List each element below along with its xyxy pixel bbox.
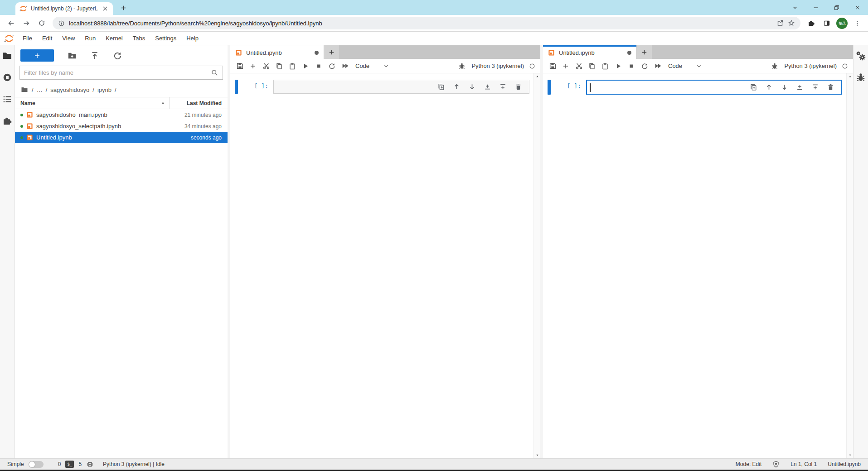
cut-cells-button[interactable] <box>260 60 272 72</box>
url-text[interactable]: localhost:8888/lab/tree/Documents/Python… <box>69 20 772 27</box>
window-close-button[interactable] <box>847 0 868 15</box>
insert-cell-below-icon[interactable] <box>811 83 819 91</box>
cursor-position[interactable]: Ln 1, Col 1 <box>790 461 817 467</box>
scroll-up-icon[interactable] <box>848 75 852 78</box>
window-minimize-button[interactable] <box>805 0 826 15</box>
breadcrumb-folder[interactable]: ipynb <box>97 87 112 93</box>
cell-editor[interactable] <box>273 80 529 94</box>
forward-button[interactable] <box>19 16 34 30</box>
code-cell[interactable]: [ ]: <box>235 80 529 94</box>
menu-settings[interactable]: Settings <box>150 35 181 42</box>
move-cell-up-icon[interactable] <box>765 83 773 91</box>
menu-help[interactable]: Help <box>181 35 204 42</box>
file-browser-tab-icon[interactable] <box>2 51 12 61</box>
side-panel-button[interactable] <box>820 16 834 30</box>
filter-files-input[interactable] <box>24 69 211 76</box>
scroll-down-icon[interactable] <box>848 453 852 457</box>
notebook-trust-shield-icon[interactable] <box>772 461 780 468</box>
cell-collapser[interactable] <box>235 80 238 94</box>
terminals-count[interactable]: 0 <box>58 461 61 467</box>
save-button[interactable] <box>233 60 246 72</box>
address-bar[interactable]: localhost:8888/lab/tree/Documents/Python… <box>53 17 800 29</box>
property-inspector-tab-icon[interactable] <box>856 51 866 61</box>
move-cell-up-icon[interactable] <box>453 83 461 91</box>
profile-avatar[interactable]: 暢茂 <box>836 18 848 29</box>
site-info-icon[interactable] <box>58 20 65 27</box>
cell-collapser[interactable] <box>548 80 551 95</box>
menu-file[interactable]: File <box>18 35 37 42</box>
kernel-name[interactable]: Python 3 (ipykernel) <box>471 62 524 69</box>
bookmark-star-icon[interactable] <box>788 19 795 27</box>
kernel-status-text[interactable]: Python 3 (ipykernel) | Idle <box>103 461 165 467</box>
duplicate-cell-icon[interactable] <box>750 83 757 91</box>
cell-type-dropdown[interactable]: Code <box>355 62 389 69</box>
browser-menu-button[interactable] <box>850 16 864 30</box>
new-launcher-button[interactable] <box>20 49 54 62</box>
restart-run-all-button[interactable] <box>651 60 664 72</box>
paste-cells-button[interactable] <box>599 60 611 72</box>
scroll-up-icon[interactable] <box>535 75 539 78</box>
run-cell-button[interactable] <box>612 60 625 72</box>
unsaved-changes-dot[interactable] <box>627 51 631 55</box>
menu-edit[interactable]: Edit <box>37 35 57 42</box>
menu-kernel[interactable]: Kernel <box>101 35 128 42</box>
simple-mode-toggle[interactable] <box>29 461 44 468</box>
restart-run-all-button[interactable] <box>339 60 351 72</box>
insert-cell-button[interactable] <box>247 60 259 72</box>
extensions-button[interactable] <box>804 16 819 30</box>
window-menu-chevron-button[interactable] <box>785 0 805 15</box>
kernel-status-icon[interactable] <box>529 63 535 69</box>
interrupt-kernel-button[interactable] <box>625 60 638 72</box>
insert-cell-above-icon[interactable] <box>796 83 804 91</box>
copy-cells-button[interactable] <box>273 60 286 72</box>
modified-column-header[interactable]: Last Modified <box>170 100 228 106</box>
add-tab-button[interactable] <box>324 45 339 59</box>
browser-tab[interactable]: Untitled.ipynb (2) - JupyterLab <box>15 2 113 15</box>
menu-tabs[interactable]: Tabs <box>128 35 150 42</box>
move-cell-down-icon[interactable] <box>781 83 788 91</box>
breadcrumb-ellipsis[interactable]: … <box>37 87 43 93</box>
file-row[interactable]: sagyoshidosho_main.ipynb 21 minutes ago <box>15 109 228 120</box>
new-folder-icon[interactable] <box>68 51 77 60</box>
kernel-status-icon[interactable] <box>842 63 848 69</box>
cut-cells-button[interactable] <box>572 60 585 72</box>
reload-button[interactable] <box>34 16 49 30</box>
notebook-tab-active[interactable]: Untitled.ipynb <box>543 45 636 59</box>
delete-cell-icon[interactable] <box>827 83 834 91</box>
debugger-button[interactable] <box>768 60 781 72</box>
menu-view[interactable]: View <box>57 35 80 42</box>
insert-cell-above-icon[interactable] <box>484 83 491 91</box>
add-tab-button[interactable] <box>637 45 652 59</box>
share-icon[interactable] <box>776 19 784 27</box>
debugger-button[interactable] <box>456 60 468 72</box>
extension-manager-tab-icon[interactable] <box>2 116 12 126</box>
insert-cell-button[interactable] <box>559 60 572 72</box>
tab-close-icon[interactable] <box>102 5 109 12</box>
menu-run[interactable]: Run <box>80 35 101 42</box>
paste-cells-button[interactable] <box>286 60 299 72</box>
kernel-sessions-icon[interactable] <box>86 461 94 468</box>
running-sessions-tab-icon[interactable] <box>2 72 12 82</box>
terminal-icon[interactable]: $_ <box>65 461 74 468</box>
back-button[interactable] <box>4 16 18 30</box>
home-folder-icon[interactable] <box>20 86 29 93</box>
window-restore-button[interactable] <box>826 0 847 15</box>
move-cell-down-icon[interactable] <box>468 83 476 91</box>
kernels-count[interactable]: 5 <box>78 461 82 467</box>
delete-cell-icon[interactable] <box>514 83 522 91</box>
vertical-scrollbar[interactable] <box>533 73 540 458</box>
debugger-tab-icon[interactable] <box>856 72 866 82</box>
table-of-contents-tab-icon[interactable] <box>2 94 12 104</box>
cell-type-dropdown[interactable]: Code <box>668 62 702 69</box>
upload-icon[interactable] <box>90 51 99 60</box>
refresh-icon[interactable] <box>113 51 122 60</box>
restart-kernel-button[interactable] <box>638 60 651 72</box>
notebook-tab[interactable]: Untitled.ipynb <box>230 45 324 59</box>
unsaved-changes-dot[interactable] <box>315 51 319 55</box>
scroll-down-icon[interactable] <box>535 453 539 457</box>
interrupt-kernel-button[interactable] <box>312 60 325 72</box>
name-column-header[interactable]: Name <box>15 97 169 109</box>
save-button[interactable] <box>546 60 559 72</box>
run-cell-button[interactable] <box>299 60 312 72</box>
duplicate-cell-icon[interactable] <box>437 83 445 91</box>
